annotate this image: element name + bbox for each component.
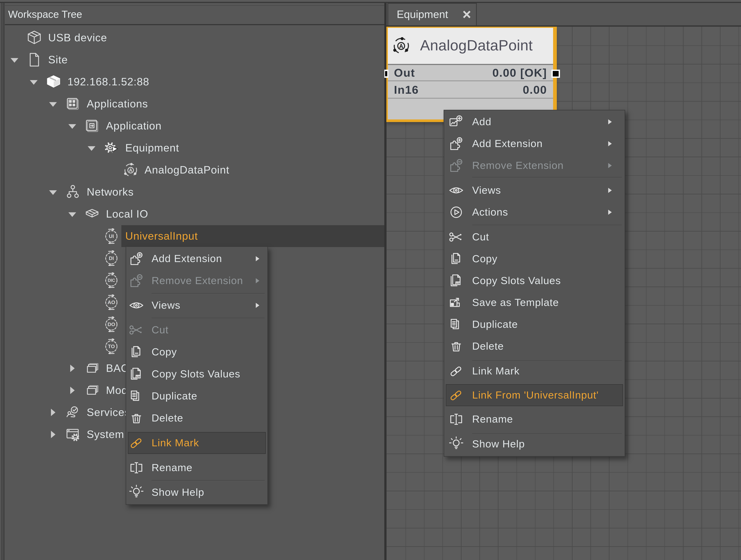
svg-text:123: 123 [456,282,460,285]
svg-text:TO: TO [108,344,115,349]
svg-text:DI: DI [109,255,114,261]
svg-text:AO: AO [108,300,115,305]
svg-text:DIC: DIC [108,278,115,283]
svg-text:A: A [129,168,132,173]
svg-text:UI: UI [109,234,114,239]
svg-text:A: A [399,43,403,49]
svg-text:123: 123 [136,375,140,378]
svg-text:DO: DO [108,322,115,327]
